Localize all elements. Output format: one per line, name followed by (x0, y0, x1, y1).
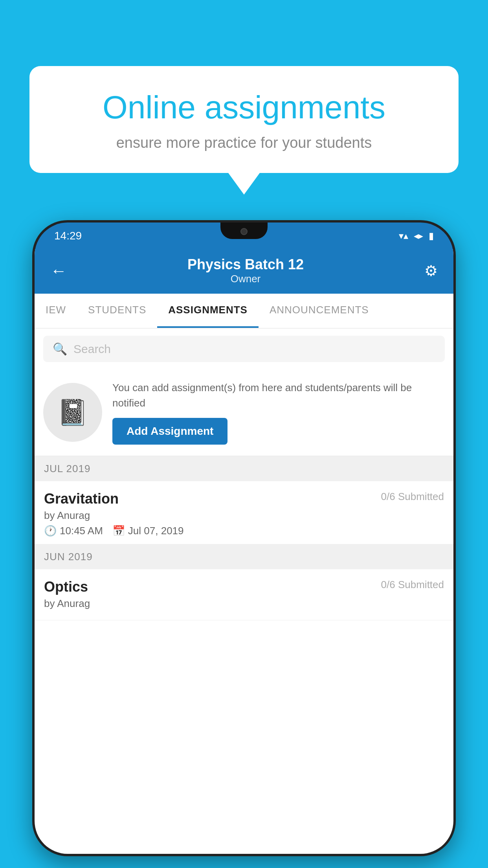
speech-bubble-tail (228, 173, 260, 195)
info-card: 📓 You can add assignment(s) from here an… (35, 369, 453, 456)
info-text: You can add assignment(s) from here and … (112, 380, 445, 445)
assignment-item-gravitation[interactable]: Gravitation 0/6 Submitted by Anurag 🕐 10… (35, 481, 453, 544)
info-description: You can add assignment(s) from here and … (112, 380, 445, 411)
notebook-icon: 📓 (57, 398, 88, 427)
wifi-icon: ▾▴ (399, 230, 408, 241)
app-header: ← Physics Batch 12 Owner ⚙ (35, 249, 453, 294)
search-icon: 🔍 (53, 342, 67, 356)
assignment-date: 📅 Jul 07, 2019 (112, 525, 184, 537)
assignment-by-optics: by Anurag (44, 598, 444, 610)
front-camera (240, 228, 248, 235)
assignment-row1: Gravitation 0/6 Submitted (44, 491, 444, 507)
phone-screen: ← Physics Batch 12 Owner ⚙ IEW STUDENTS … (35, 249, 453, 854)
status-bar: 14:29 ▾▴ ◂▸ ▮ (35, 223, 453, 249)
tabs-bar: IEW STUDENTS ASSIGNMENTS ANNOUNCEMENTS (35, 294, 453, 329)
search-placeholder: Search (73, 342, 111, 356)
status-time: 14:29 (54, 230, 82, 242)
assignment-submitted-optics: 0/6 Submitted (381, 579, 444, 591)
speech-bubble-container: Online assignments ensure more practice … (29, 66, 459, 195)
assignment-meta: 🕐 10:45 AM 📅 Jul 07, 2019 (44, 525, 444, 537)
power-button-right (454, 360, 456, 407)
calendar-icon: 📅 (112, 525, 125, 537)
tab-students[interactable]: STUDENTS (77, 294, 157, 328)
tab-announcements[interactable]: ANNOUNCEMENTS (259, 294, 380, 328)
signal-icon: ◂▸ (414, 230, 423, 241)
speech-bubble-title: Online assignments (57, 90, 431, 125)
info-icon-circle: 📓 (43, 383, 102, 442)
phone-frame: 14:29 ▾▴ ◂▸ ▮ ← Physics Batch 12 Owner ⚙… (32, 220, 456, 856)
assignment-item-optics[interactable]: Optics 0/6 Submitted by Anurag (35, 569, 453, 620)
battery-icon: ▮ (429, 230, 434, 241)
header-subtitle: Owner (187, 273, 304, 285)
assignment-row1-optics: Optics 0/6 Submitted (44, 579, 444, 595)
speech-bubble-subtitle: ensure more practice for your students (57, 134, 431, 151)
section-header-jun: JUN 2019 (35, 544, 453, 569)
notch (220, 223, 268, 239)
speech-bubble: Online assignments ensure more practice … (29, 66, 459, 173)
assignment-name-optics: Optics (44, 579, 88, 595)
status-icons: ▾▴ ◂▸ ▮ (399, 230, 434, 241)
tab-assignments[interactable]: ASSIGNMENTS (157, 294, 259, 328)
back-button[interactable]: ← (50, 261, 67, 280)
header-title: Physics Batch 12 (187, 256, 304, 273)
assignment-name: Gravitation (44, 491, 119, 507)
tab-iew[interactable]: IEW (35, 294, 77, 328)
assignment-submitted: 0/6 Submitted (381, 491, 444, 503)
assignment-by: by Anurag (44, 509, 444, 522)
settings-button[interactable]: ⚙ (424, 262, 438, 280)
clock-icon: 🕐 (44, 525, 57, 537)
search-bar[interactable]: 🔍 Search (43, 336, 445, 362)
search-bar-wrap: 🔍 Search (35, 329, 453, 369)
header-center: Physics Batch 12 Owner (187, 256, 304, 285)
assignment-time: 🕐 10:45 AM (44, 525, 103, 537)
add-assignment-button[interactable]: Add Assignment (112, 418, 227, 445)
volume-button-left (32, 372, 34, 403)
section-header-jul: JUL 2019 (35, 456, 453, 481)
